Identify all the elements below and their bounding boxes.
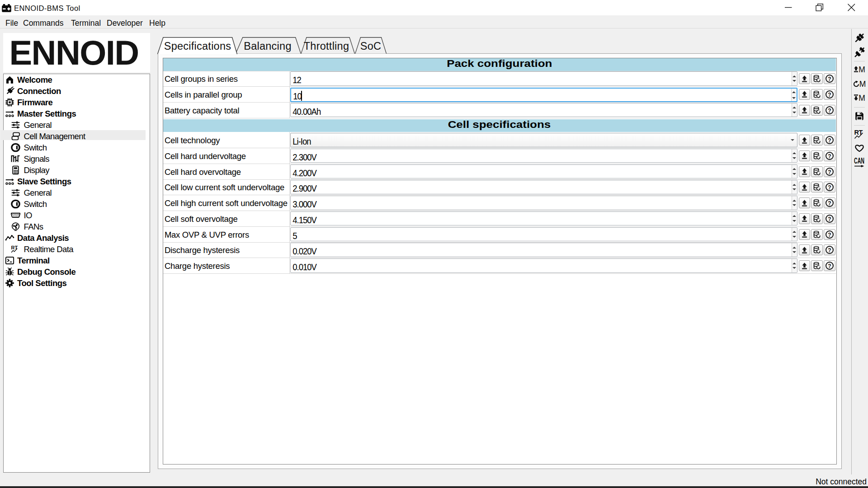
svg-text:?: ? <box>828 76 831 82</box>
svg-text:?: ? <box>828 92 831 98</box>
svg-text:M: M <box>859 94 865 102</box>
svg-text:CAN: CAN <box>854 158 864 165</box>
svg-text:?: ? <box>828 184 831 191</box>
svg-text:?: ? <box>828 231 831 238</box>
svg-text:?: ? <box>828 137 831 144</box>
svg-text:Throttling: Throttling <box>304 40 349 52</box>
svg-text:Balancing: Balancing <box>244 40 291 52</box>
svg-text:?: ? <box>828 247 831 253</box>
svg-text:M: M <box>859 65 865 73</box>
svg-text:RT: RT <box>11 245 18 250</box>
svg-text:?: ? <box>828 216 831 222</box>
svg-text:?: ? <box>828 200 831 206</box>
svg-text:?: ? <box>828 107 831 113</box>
svg-text:?: ? <box>828 263 831 269</box>
svg-text:Specifications: Specifications <box>164 40 231 52</box>
svg-text:?: ? <box>828 169 831 175</box>
svg-text:M: M <box>859 79 866 88</box>
svg-text:?: ? <box>828 153 831 159</box>
svg-text:SoC: SoC <box>360 40 381 52</box>
